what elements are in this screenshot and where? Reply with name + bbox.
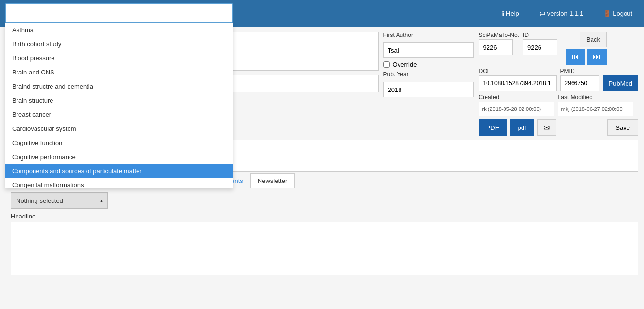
created-label: Created	[479, 94, 554, 101]
doi-pmid-row: DOI PMID PubMed	[479, 68, 638, 91]
pmid-input[interactable]	[560, 75, 599, 91]
logout-label: Logout	[613, 10, 632, 17]
left-panel	[0, 27, 5, 309]
logout-icon: 🚪	[603, 10, 611, 17]
far-right-panel: SciPaMaTo-No. ID Back ⏮ ⏭	[479, 32, 638, 136]
version-label: version 1.1.1	[547, 10, 583, 17]
email-button[interactable]: ✉	[537, 119, 556, 136]
pub-year-label: Pub. Year	[383, 71, 474, 78]
created-input[interactable]	[479, 102, 554, 116]
created-block: Created	[479, 94, 554, 116]
pmid-block: PMID	[560, 68, 599, 91]
logout-nav-link[interactable]: 🚪 Logout	[599, 8, 636, 19]
back-button[interactable]: Back	[580, 32, 607, 47]
scipamat-no-label: SciPaMaTo-No.	[479, 32, 519, 38]
dropdown-caret-icon: ▴	[100, 198, 103, 203]
doi-block: DOI	[479, 68, 557, 91]
nav-separator-2	[593, 8, 593, 19]
author-year-fields: First Author Override Pub. Year	[383, 32, 474, 136]
topic-item-breast-cancer[interactable]: Breast cancer	[5, 108, 233, 122]
pdf-button[interactable]: PDF	[479, 119, 507, 136]
topic-item-blood-pressure[interactable]: Blood pressure	[5, 51, 233, 65]
nav-last-button[interactable]: ⏭	[587, 49, 607, 65]
id-nav-row: SciPaMaTo-No. ID Back ⏮ ⏭	[479, 32, 638, 65]
topic-item-asthma[interactable]: Asthma	[5, 23, 233, 37]
topic-item-brain-structure[interactable]: Brain structure	[5, 93, 233, 108]
pubmed-button[interactable]: PubMed	[603, 75, 638, 91]
topic-dropdown-container: Asthma Birth cohort study Blood pressure…	[5, 3, 233, 188]
topic-item-congenital[interactable]: Congenital malformations	[5, 178, 233, 188]
override-label: Override	[393, 61, 417, 68]
nothing-selected-label: Nothing selected	[16, 197, 63, 204]
action-buttons: PDF pdf ✉ Save	[479, 119, 638, 136]
id-block: ID	[523, 32, 557, 55]
help-label: Help	[506, 10, 519, 17]
pub-year-input[interactable]	[383, 82, 474, 97]
nav-first-button[interactable]: ⏮	[566, 49, 585, 65]
topic-item-brain-cns[interactable]: Brain and CNS	[5, 65, 233, 79]
tab-newsletter[interactable]: Newsletter	[250, 173, 295, 188]
topic-item-cognitive-function[interactable]: Cognitive function	[5, 136, 233, 150]
created-modified-row: Created Last Modified	[479, 94, 638, 116]
topic-item-birth-cohort[interactable]: Birth cohort study	[5, 37, 233, 51]
newsletter-content: Nothing selected ▴ Headline	[11, 192, 638, 277]
nothing-selected-button[interactable]: Nothing selected ▴	[11, 192, 108, 209]
topic-item-braind-structure-dementia[interactable]: Braind structre and dementia	[5, 79, 233, 93]
topic-item-cardiovascular[interactable]: Cardiovascular system	[5, 122, 233, 136]
topic-dropdown-list: Asthma Birth cohort study Blood pressure…	[5, 23, 233, 188]
doi-label: DOI	[479, 68, 557, 74]
nav-buttons: ⏮ ⏭	[566, 49, 607, 65]
id-label: ID	[523, 32, 557, 38]
headline-label: Headline	[11, 213, 638, 220]
topic-item-components-sources[interactable]: Components and sources of particulate ma…	[5, 164, 233, 178]
email-icon: ✉	[543, 124, 550, 132]
override-checkbox[interactable]	[383, 61, 390, 68]
scipamat-no-input[interactable]	[479, 39, 513, 55]
nav-separator-1	[529, 8, 529, 19]
last-modified-label: Last Modified	[558, 94, 633, 101]
pmid-label: PMID	[560, 68, 599, 74]
scipamat-block: SciPaMaTo-No.	[479, 32, 519, 55]
first-author-label: First Author	[383, 32, 474, 38]
version-nav-item: 🏷 version 1.1.1	[535, 8, 587, 19]
last-modified-block: Last Modified	[558, 94, 633, 116]
save-button[interactable]: Save	[607, 119, 638, 136]
headline-textarea[interactable]	[11, 222, 638, 275]
version-icon: 🏷	[539, 10, 545, 17]
topic-item-cognitive-performance[interactable]: Cognitive performance	[5, 150, 233, 164]
doi-input[interactable]	[479, 75, 557, 91]
first-author-input[interactable]	[383, 42, 474, 58]
pdf2-button[interactable]: pdf	[510, 119, 534, 136]
override-row: Override	[383, 61, 474, 68]
help-nav-link[interactable]: ℹ Help	[498, 8, 523, 19]
topic-search-input[interactable]	[5, 3, 233, 23]
id-input[interactable]	[523, 39, 557, 55]
help-info-icon: ℹ	[502, 10, 504, 18]
last-modified-input[interactable]	[558, 102, 633, 116]
